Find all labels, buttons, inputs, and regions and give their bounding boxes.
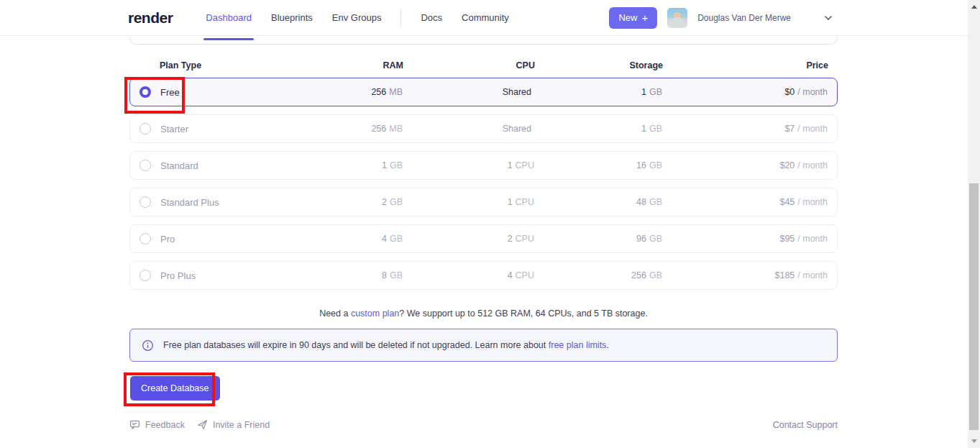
table-column-headers: Plan Type RAM CPU Storage Price [129,60,838,70]
contact-support-link[interactable]: Contact Support [773,420,838,430]
create-database-button[interactable]: Create Database [130,376,220,401]
cpu-cell: 2CPU [403,234,534,244]
plan-cell: Pro [139,233,302,244]
plan-radio-button[interactable] [139,233,151,244]
storage-cell: 16GB [534,160,662,170]
topbar-right-group: New + Douglas Van Der Merwe [609,7,833,29]
nav-env-groups[interactable]: Env Groups [332,0,382,36]
ram-cell: 1GB [302,160,403,170]
custom-plan-link[interactable]: custom plan [351,308,399,319]
plan-row[interactable]: Pro Plus 8GB 4CPU 256GB $185/ month [129,261,838,290]
paper-plane-icon [197,419,208,430]
scrolled-field-bottom-edge [129,37,838,45]
plus-icon: + [641,12,648,23]
triangle-down-icon [971,439,977,443]
ram-cell: 2GB [302,197,403,207]
triangle-up-icon [971,5,977,9]
notice-text: Free plan databases will expire in 90 da… [163,340,609,350]
feedback-link[interactable]: Feedback [129,419,185,430]
plan-row[interactable]: Starter 256MB Shared 1GB $7/ month [129,114,838,143]
plan-row[interactable]: Standard 1GB 1CPU 16GB $20/ month [129,151,838,180]
nav-blueprints[interactable]: Blueprints [271,0,313,36]
plan-cell: Free [139,86,302,98]
chevron-down-icon [824,15,833,21]
user-name: Douglas Van Der Merwe [697,13,791,23]
custom-plan-note: Need a custom plan? We support up to 512… [129,308,838,319]
price-cell: $185/ month [662,270,828,280]
user-menu-toggle[interactable] [824,15,833,21]
price-cell: $0/ month [662,87,828,97]
cpu-cell: 1CPU [403,160,534,170]
plan-name: Standard [160,160,198,171]
user-avatar[interactable] [667,8,687,28]
plan-radio-button[interactable] [139,270,151,281]
plan-cell: Standard Plus [139,196,302,208]
plan-row[interactable]: Pro 4GB 2CPU 96GB $95/ month [129,224,838,253]
plan-cell: Starter [139,123,302,134]
plan-row[interactable]: Free 256MB Shared 1GB $0/ month [129,78,838,106]
storage-cell: 96GB [534,234,662,244]
nav-dashboard[interactable]: Dashboard [206,0,252,36]
ram-cell: 8GB [302,270,403,280]
plan-name: Pro Plus [160,270,196,281]
page-footer: Feedback Invite a Friend Contact Support [129,419,838,430]
plan-cell: Standard [139,160,302,171]
column-header-price: Price [663,60,828,70]
free-plan-notice-banner: Free plan databases will expire in 90 da… [129,329,838,362]
feedback-comment-icon [129,419,140,430]
free-plan-limits-link[interactable]: free plan limits [549,340,607,350]
scrollbar-down-arrow[interactable] [968,436,980,447]
ram-cell: 4GB [302,234,403,244]
scrollbar-thumb[interactable] [969,183,979,430]
plan-radio-button[interactable] [139,86,151,98]
column-header-ram: RAM [303,60,403,70]
cpu-cell: Shared [403,87,534,97]
storage-cell: 1GB [534,124,662,134]
invite-friend-link[interactable]: Invite a Friend [197,419,270,430]
cpu-cell: 1CPU [403,197,534,207]
top-navigation-bar: render Dashboard Blueprints Env Groups D… [0,0,980,36]
storage-cell: 1GB [534,87,662,97]
price-cell: $45/ month [662,197,828,207]
plan-name: Starter [160,124,188,134]
price-cell: $20/ month [662,160,828,170]
storage-cell: 256GB [534,270,662,280]
plan-name: Standard Plus [160,197,219,208]
price-cell: $7/ month [662,124,828,134]
ram-cell: 256MB [302,87,403,97]
plan-row[interactable]: Standard Plus 2GB 1CPU 48GB $45/ month [129,188,838,216]
scrollbar-up-arrow[interactable] [968,1,980,12]
plan-radio-button[interactable] [139,160,151,171]
column-header-cpu: CPU [403,60,535,70]
render-logo[interactable]: render [128,9,173,27]
vertical-scrollbar[interactable] [968,0,980,448]
nav-community[interactable]: Community [462,0,509,36]
cpu-cell: Shared [403,124,534,134]
cpu-cell: 4CPU [403,270,534,280]
primary-nav: Dashboard Blueprints Env Groups Docs Com… [206,0,508,36]
column-header-plan-type: Plan Type [139,60,303,70]
plan-cell: Pro Plus [139,270,302,281]
column-header-storage: Storage [535,60,663,70]
plan-name: Pro [160,234,175,244]
nav-divider [400,9,401,27]
plan-name: Free [160,87,180,98]
new-button[interactable]: New + [609,7,657,29]
plan-radio-button[interactable] [139,196,151,208]
ram-cell: 256MB [302,124,403,134]
info-icon [142,339,154,352]
price-cell: $95/ month [662,234,828,244]
plan-rows-list: Free 256MB Shared 1GB $0/ month Starter … [129,78,838,290]
plan-radio-button[interactable] [139,123,151,134]
plan-selection-panel: Plan Type RAM CPU Storage Price Free 256… [129,37,838,430]
nav-docs[interactable]: Docs [421,0,442,36]
storage-cell: 48GB [534,197,662,207]
